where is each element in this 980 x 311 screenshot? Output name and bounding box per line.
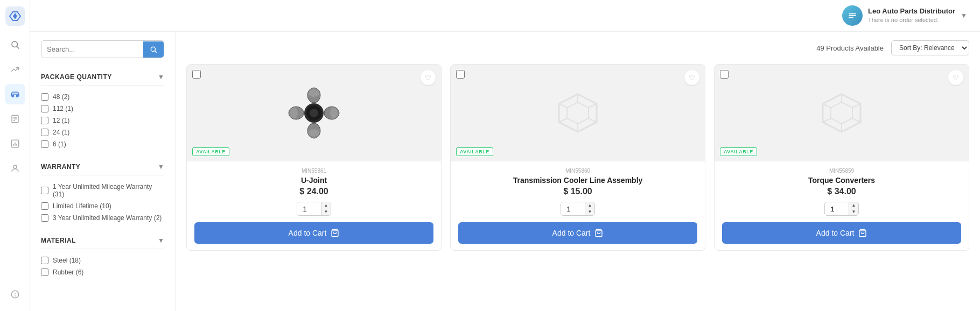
svg-point-19 [309, 89, 319, 97]
filter-option-24[interactable]: 24 (1) [41, 126, 164, 138]
filter-warranty-chevron: ▼ [158, 163, 164, 171]
svg-line-36 [559, 104, 567, 108]
search-button[interactable] [143, 41, 164, 58]
checkbox-6[interactable] [41, 140, 48, 148]
filter-option-rubber[interactable]: Rubber (6) [41, 266, 164, 278]
quantity-row-3: ▲ ▼ [722, 202, 961, 216]
product-price-3: $ 34.00 [722, 187, 961, 196]
qty-up-2[interactable]: ▲ [585, 202, 595, 209]
product-image-wrap-1: ♡ AVAILABLE [187, 65, 441, 161]
filter-label-rubber: Rubber (6) [53, 268, 83, 276]
availability-badge-3: AVAILABLE [720, 147, 757, 156]
user-text: Leo Auto Parts Distributor There is no o… [868, 7, 955, 24]
product-name-1: U-Joint [194, 176, 433, 185]
products-header: 49 Products Available Sort By: Relevance… [186, 40, 969, 55]
nav-alerts-icon[interactable] [5, 284, 25, 305]
svg-point-1 [12, 41, 18, 47]
product-sku-1: MIN55861 [194, 168, 433, 174]
qty-down-2[interactable]: ▼ [585, 209, 595, 215]
filter-material-header[interactable]: MATERIAL ▼ [41, 232, 164, 249]
product-select-3[interactable] [720, 70, 729, 79]
checkbox-112[interactable] [41, 105, 48, 112]
filter-divider-2 [41, 175, 164, 175]
product-card-1: ♡ AVAILABLE [186, 64, 442, 251]
filter-material: MATERIAL ▼ Steel (18) Rubber (6) [41, 232, 164, 278]
app-logo[interactable] [5, 6, 25, 26]
filter-option-lifetime[interactable]: Limited Lifetime (10) [41, 200, 164, 212]
filter-option-112[interactable]: 112 (1) [41, 103, 164, 115]
filter-package-quantity-title: PACKAGE QUANTITY [41, 73, 112, 81]
qty-down-3[interactable]: ▼ [849, 209, 859, 215]
checkbox-lifetime[interactable] [41, 202, 48, 210]
filter-option-48[interactable]: 48 (2) [41, 91, 164, 103]
filter-option-3yr[interactable]: 3 Year Unlimited Mileage Warranty (2) [41, 212, 164, 224]
add-to-cart-btn-1[interactable]: Add to Cart [194, 222, 433, 244]
qty-down-1[interactable]: ▼ [321, 209, 331, 215]
search-input[interactable] [41, 41, 143, 58]
product-info-2: MIN55860 Transmission Cooler Line Assemb… [451, 161, 705, 250]
qty-up-3[interactable]: ▲ [849, 202, 859, 209]
qty-spinners-2: ▲ ▼ [585, 202, 595, 215]
nav-cars-icon[interactable] [5, 84, 25, 104]
top-header: Leo Auto Parts Distributor There is no o… [30, 0, 980, 32]
checkbox-12[interactable] [41, 117, 48, 124]
svg-point-8 [13, 165, 17, 168]
qty-input-1[interactable] [297, 203, 321, 215]
qty-spinners-3: ▲ ▼ [849, 202, 859, 215]
qty-input-wrap-3: ▲ ▼ [824, 202, 859, 216]
availability-badge-1: AVAILABLE [192, 147, 229, 156]
svg-line-45 [823, 104, 831, 108]
qty-input-wrap-1: ▲ ▼ [297, 202, 332, 216]
wishlist-btn-1[interactable]: ♡ [421, 70, 436, 85]
wishlist-btn-3[interactable]: ♡ [948, 70, 963, 85]
nav-analytics-icon[interactable] [5, 59, 25, 80]
svg-line-33 [589, 118, 597, 122]
filter-package-quantity-header[interactable]: PACKAGE QUANTITY ▼ [41, 69, 164, 85]
qty-input-wrap-2: ▲ ▼ [561, 202, 596, 216]
svg-line-41 [852, 104, 860, 108]
qty-input-2[interactable] [561, 203, 585, 215]
qty-input-3[interactable] [825, 203, 849, 215]
svg-point-21 [309, 129, 319, 137]
checkbox-1yr[interactable] [41, 187, 48, 194]
filter-option-12[interactable]: 12 (1) [41, 115, 164, 126]
qty-up-1[interactable]: ▲ [321, 202, 331, 209]
product-image-wrap-3: ♡ AVAILABLE [715, 65, 969, 161]
product-card-3: ♡ AVAILABLE [714, 64, 969, 251]
products-area: 49 Products Available Sort By: Relevance… [176, 32, 980, 311]
filter-warranty-header[interactable]: WARRANTY ▼ [41, 159, 164, 175]
filter-label-12: 12 (1) [53, 117, 69, 124]
add-to-cart-btn-2[interactable]: Add to Cart [458, 222, 697, 244]
wishlist-btn-2[interactable]: ♡ [684, 70, 699, 85]
filter-option-steel[interactable]: Steel (18) [41, 255, 164, 266]
user-info[interactable]: Leo Auto Parts Distributor There is no o… [842, 5, 967, 26]
checkbox-48[interactable] [41, 93, 48, 101]
nav-users-icon[interactable] [5, 158, 25, 179]
svg-line-42 [852, 118, 860, 122]
product-select-1[interactable] [192, 70, 201, 79]
checkbox-24[interactable] [41, 129, 48, 136]
nav-reports-icon[interactable] [5, 133, 25, 154]
add-to-cart-btn-3[interactable]: Add to Cart [722, 222, 961, 244]
checkbox-3yr[interactable] [41, 214, 48, 222]
svg-point-23 [290, 108, 298, 118]
product-sku-2: MIN55860 [458, 168, 697, 174]
add-to-cart-label-3: Add to Cart [816, 229, 855, 237]
filter-option-6[interactable]: 6 (1) [41, 138, 164, 150]
nav-orders-icon[interactable] [5, 109, 25, 129]
filter-label-3yr: 3 Year Unlimited Mileage Warranty (2) [53, 214, 162, 222]
product-select-2[interactable] [456, 70, 465, 79]
user-sub: There is no order selected. [868, 16, 955, 24]
add-to-cart-label-1: Add to Cart [289, 229, 327, 237]
nav-search-icon[interactable] [5, 34, 25, 55]
filter-option-1yr[interactable]: 1 Year Unlimited Mileage Warranty (31) [41, 181, 164, 200]
checkbox-rubber[interactable] [41, 268, 48, 276]
product-price-1: $ 24.00 [194, 187, 433, 196]
svg-line-44 [823, 118, 831, 122]
checkbox-steel[interactable] [41, 257, 48, 264]
sort-select[interactable]: Sort By: Relevance Price: Low to High Pr… [891, 40, 969, 55]
svg-line-16 [155, 51, 157, 52]
filter-material-chevron: ▼ [158, 237, 164, 244]
filter-label-48: 48 (2) [53, 93, 69, 101]
product-card-2: ♡ AVAILABLE [450, 64, 705, 251]
